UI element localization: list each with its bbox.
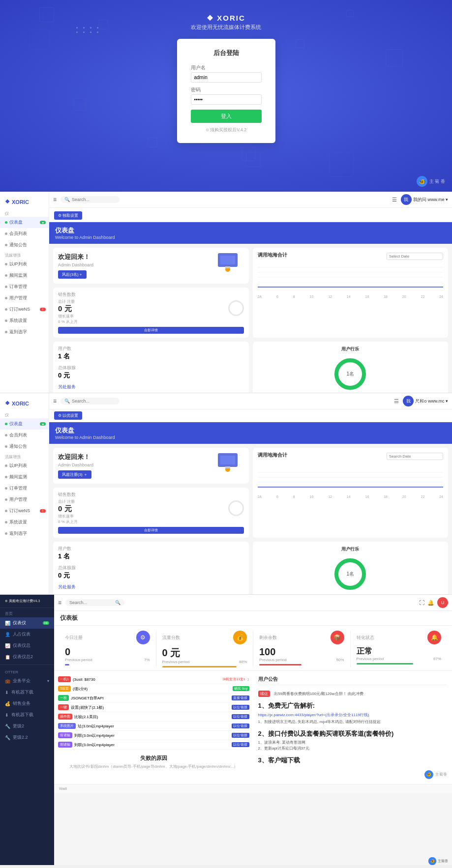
settings-btn-2[interactable]: ⚙ 以优设置 [54, 411, 82, 420]
bs-item-level[interactable]: 🔧 更级2 [0, 721, 54, 732]
bs-item-level2[interactable]: 🔧 更级2.2 [0, 732, 54, 743]
bs-item-stats[interactable]: 📈 仅表仪总 [0, 640, 54, 651]
sidebar-item-monitor-2[interactable]: 频间监测 [0, 471, 49, 483]
date-input[interactable] [387, 253, 443, 260]
chart-title: 调用地海合计 [258, 252, 287, 259]
bs-item-user[interactable]: 👤 人占仅表 [0, 629, 54, 640]
income-value: 0 元 [58, 371, 244, 380]
bs-label: 更级2 [13, 723, 24, 729]
svg-rect-1 [220, 256, 235, 264]
menu-toggle-icon-2[interactable]: ☰ [394, 398, 399, 405]
wm-text-bottom: 主菊香 [435, 772, 447, 777]
sb-label-3: 转化状态 [357, 635, 374, 641]
badge-red: ! [40, 308, 46, 311]
settings-btn[interactable]: ⚙ 独取设置 [54, 211, 82, 220]
bs-icon: 📋 [5, 655, 10, 660]
user-circle[interactable]: U [437, 597, 448, 608]
list-item: 一枚 JSONGET自带API 直接 链接 [58, 694, 249, 703]
network-stats: 用户数 1 名 总体腺腺 0 元 另处服务 [53, 342, 249, 393]
sales-change: 增长速率 [58, 314, 78, 319]
sidebar-item-users[interactable]: 用户管理 [0, 292, 49, 304]
donut-label: 1名 [346, 371, 354, 377]
bs-item-download2[interactable]: ⬇ 有机器下载 [0, 709, 54, 721]
sidebar-item-members[interactable]: 会员列表 [0, 228, 49, 239]
search-input-2[interactable] [72, 399, 116, 404]
page-title-2: 仪表盘 [55, 426, 446, 435]
menu-icon-3[interactable]: ≡ [58, 599, 61, 606]
user-avatar-2: 我 [403, 396, 414, 406]
bs-item-dashboard[interactable]: 📊 仅表仪 HI [0, 617, 54, 629]
welcome-btn-2[interactable]: 风超注册(3) ＋ [58, 470, 91, 479]
bs-label: 仅表仪总2 [13, 654, 33, 660]
menu-icon-2[interactable]: ≡ [53, 398, 57, 405]
password-label: 密码 [191, 87, 262, 93]
sb-label-0: 今日注册 [65, 635, 83, 641]
buy-btn[interactable]: 确实 buy [233, 686, 249, 691]
bs-item-sales[interactable]: 💰 销售业务 [0, 698, 54, 709]
bs-label: 销售业务 [13, 700, 30, 707]
search-input-3[interactable] [69, 600, 113, 605]
sidebar-item-settings-2[interactable]: 系统设置 [0, 517, 49, 528]
bs-item-business[interactable]: 💼 业务平众 ▾ [0, 675, 54, 687]
detail-btn-2[interactable]: 合影详情 [58, 527, 244, 534]
sidebar-item-ip[interactable]: 以IP列表 [0, 259, 49, 270]
link-btn[interactable]: 直接 链接 [232, 695, 249, 700]
detail-btn[interactable]: 合影详情 [58, 327, 244, 334]
link-btn-5[interactable]: 以位 链接 [232, 733, 249, 738]
sidebar-item-wens-2[interactable]: 订订weNS ! [0, 505, 49, 517]
login-button[interactable]: 登入 [191, 110, 262, 123]
bs-item-data[interactable]: 📋 仅表仪总2 [0, 651, 54, 663]
sidebar-item-orders[interactable]: 订单管理 [0, 281, 49, 292]
expand-icon[interactable]: ⛶ [419, 600, 424, 606]
notice-tag: 一键 [58, 704, 69, 710]
list-item: 前请输 到联(3.0m以mp4player 以位 链接 [58, 731, 249, 740]
top-bar-2: ≡ 🔍 ☰ 我 尺和o www.mc ▾ [49, 393, 452, 409]
bs-item-download[interactable]: ⬇ 有机器下载 [0, 687, 54, 698]
sidebar-item-monitor[interactable]: 频间监测 [0, 270, 49, 281]
menu-icon[interactable]: ≡ [53, 196, 57, 203]
link-btn-2[interactable]: 以位 链接 [232, 705, 249, 710]
link-btn-6[interactable]: 以位 链接 [232, 742, 249, 747]
user-avatar: 我 [401, 194, 412, 205]
svg-rect-14 [225, 466, 230, 468]
notice-text: 设置(就快了(2.1都) [71, 705, 104, 710]
sidebar-item-notices[interactable]: 通知公告 [0, 239, 49, 251]
search-input[interactable] [72, 197, 116, 202]
notice-tag: 一枚 [58, 695, 69, 701]
user-menu[interactable]: 我 我的问 www.me ▾ [401, 194, 448, 205]
notif-icon[interactable]: 🔔 [427, 600, 434, 606]
date-input-2[interactable] [387, 453, 443, 460]
menu-toggle-icon[interactable]: ☰ [392, 197, 397, 203]
sidebar-item-dashboard[interactable]: 仪表盘 ● [0, 217, 49, 228]
dot-icon [5, 232, 7, 235]
username-input[interactable] [191, 72, 262, 83]
sidebar-item-label: 系统设置 [9, 519, 27, 525]
welcome-btn[interactable]: 风起(3名)＋ [58, 270, 87, 279]
watermark-icon: 🐠 [417, 176, 427, 187]
sidebar-item-ip-2[interactable]: 以IP列表 [0, 460, 49, 471]
sidebar-item-back-2[interactable]: 返到选字 [0, 528, 49, 539]
user-menu-2[interactable]: 我 尺和o www.mc ▾ [403, 396, 448, 406]
sidebar-item-wens[interactable]: 订订weNS ! [0, 304, 49, 315]
sidebar-item-dashboard-2[interactable]: 仪表盘 ● [0, 418, 49, 430]
donut-label-2: 1名 [346, 571, 354, 578]
password-input[interactable] [191, 94, 262, 105]
network-stats-2: 用户数 1 名 总体腺腺 0 元 另处服务 [53, 542, 249, 594]
sidebar-item-label: 系统设置 [9, 318, 27, 324]
sidebar-item-label: 订单管理 [9, 284, 27, 290]
sb-bar-3 [357, 663, 414, 665]
sidebar-item-settings[interactable]: 系统设置 [0, 315, 49, 326]
dot-icon [5, 464, 7, 467]
notice-tag: 前请输 [58, 732, 72, 738]
link-btn-4[interactable]: 以位 链接 [232, 723, 249, 728]
dot-icon [5, 221, 7, 224]
ann-sub2a: 1、波浪来考: 某动奇形游网 [258, 740, 448, 746]
donut-title: 用户行乐 [341, 346, 359, 352]
sidebar-item-users-2[interactable]: 用户管理 [0, 494, 49, 505]
sidebar-item-back[interactable]: 返到选字 [0, 326, 49, 338]
sidebar-item-notices-2[interactable]: 通知公告 [0, 441, 49, 452]
sb-bar-1 [162, 666, 237, 667]
link-btn-3[interactable]: 以位 链接 [232, 714, 249, 719]
sidebar-item-members-2[interactable]: 会员列表 [0, 430, 49, 441]
sidebar-item-orders-2[interactable]: 订单管理 [0, 483, 49, 494]
